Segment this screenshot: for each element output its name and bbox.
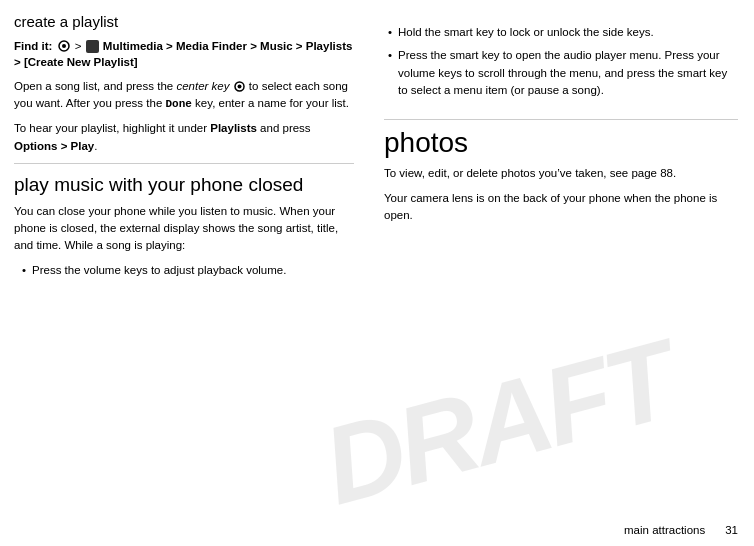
- create-playlist-para2: To hear your playlist, highlight it unde…: [14, 120, 354, 155]
- multimedia-icon: [86, 40, 99, 53]
- left-column: create a playlist Find it: > Multimedia …: [0, 0, 370, 546]
- page-footer: main attractions 31: [624, 524, 738, 536]
- create-playlist-para1: Open a song list, and press the center k…: [14, 78, 354, 113]
- photos-divider: [384, 119, 738, 120]
- right-column: Hold the smart key to lock or unlock the…: [370, 0, 754, 546]
- center-key-nav-icon: [58, 40, 70, 52]
- bullet-hold-bold: Hold the smart key: [398, 26, 494, 38]
- find-it-separator: >: [75, 40, 85, 52]
- bullet-press-smart-key: Press the smart key to open the audio pl…: [388, 47, 738, 99]
- play-music-section: play music with your phone closed You ca…: [14, 174, 354, 280]
- bullet-hold-smart-key: Hold the smart key to lock or unlock the…: [388, 24, 738, 41]
- bullet-press-bold: Press the smart key: [398, 49, 500, 61]
- section-divider: [14, 163, 354, 164]
- find-it-line: Find it: > Multimedia > Media Finder > M…: [14, 38, 354, 70]
- page-container: create a playlist Find it: > Multimedia …: [0, 0, 754, 546]
- play-music-para1: You can close your phone while you liste…: [14, 203, 354, 255]
- page-number: 31: [725, 524, 738, 536]
- create-playlist-title: create a playlist: [14, 12, 354, 32]
- right-column-bullets: Hold the smart key to lock or unlock the…: [388, 24, 738, 99]
- photos-title: photos: [384, 128, 738, 159]
- bullet-volume-keys: Press the volume keys to adjust playback…: [22, 262, 354, 279]
- svg-point-1: [62, 44, 66, 48]
- bullet-hold-rest: to lock or unlock the side keys.: [494, 26, 654, 38]
- bullet-volume-bold: Press the volume keys: [32, 264, 148, 276]
- photos-para2: Your camera lens is on the back of your …: [384, 190, 738, 225]
- find-it-label: Find it:: [14, 40, 52, 52]
- bullet-volume-rest: to adjust playback volume.: [148, 264, 287, 276]
- play-music-bullets: Press the volume keys to adjust playback…: [22, 262, 354, 279]
- photos-section: photos To view, edit, or delete photos y…: [384, 128, 738, 225]
- create-playlist-section: create a playlist Find it: > Multimedia …: [14, 12, 354, 155]
- footer-text: main attractions: [624, 524, 705, 536]
- svg-point-3: [237, 85, 241, 89]
- play-music-title: play music with your phone closed: [14, 174, 354, 197]
- photos-para1: To view, edit, or delete photos you’ve t…: [384, 165, 738, 182]
